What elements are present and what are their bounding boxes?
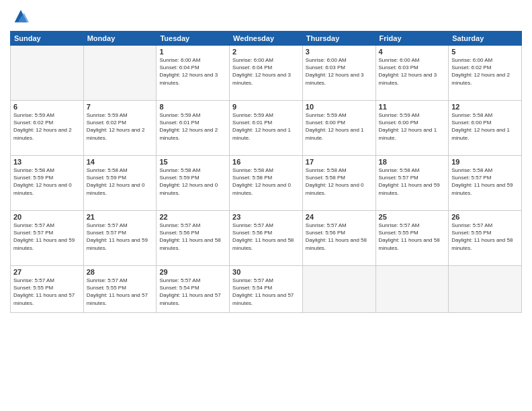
day-info: Sunrise: 5:59 AM Sunset: 6:01 PM Dayligh… xyxy=(159,111,226,142)
calendar: SundayMondayTuesdayWednesdayThursdayFrid… xyxy=(10,31,522,313)
day-number: 19 xyxy=(451,158,519,166)
calendar-cell: 24Sunrise: 5:57 AM Sunset: 5:56 PM Dayli… xyxy=(302,211,375,266)
calendar-week-row: 20Sunrise: 5:57 AM Sunset: 5:57 PM Dayli… xyxy=(11,211,522,266)
calendar-cell: 16Sunrise: 5:58 AM Sunset: 5:58 PM Dayli… xyxy=(230,156,303,211)
day-number: 13 xyxy=(13,158,81,166)
calendar-cell: 11Sunrise: 5:59 AM Sunset: 6:00 PM Dayli… xyxy=(375,101,449,156)
day-info: Sunrise: 5:58 AM Sunset: 5:59 PM Dayligh… xyxy=(13,167,81,197)
logo xyxy=(10,7,30,26)
day-number: 25 xyxy=(379,213,446,221)
logo-icon xyxy=(11,7,30,26)
day-number: 20 xyxy=(13,213,81,221)
calendar-cell: 6Sunrise: 5:59 AM Sunset: 6:02 PM Daylig… xyxy=(11,101,84,156)
calendar-cell: 12Sunrise: 5:58 AM Sunset: 6:00 PM Dayli… xyxy=(449,101,522,156)
day-number: 23 xyxy=(232,213,300,221)
day-info: Sunrise: 6:00 AM Sunset: 6:03 PM Dayligh… xyxy=(379,56,446,87)
day-number: 18 xyxy=(379,158,446,166)
day-info: Sunrise: 6:00 AM Sunset: 6:04 PM Dayligh… xyxy=(159,56,226,87)
day-info: Sunrise: 5:57 AM Sunset: 5:55 PM Dayligh… xyxy=(13,277,81,307)
day-info: Sunrise: 5:58 AM Sunset: 6:00 PM Dayligh… xyxy=(451,111,519,142)
calendar-cell: 27Sunrise: 5:57 AM Sunset: 5:55 PM Dayli… xyxy=(11,266,84,313)
calendar-week-row: 1Sunrise: 6:00 AM Sunset: 6:04 PM Daylig… xyxy=(11,46,522,101)
day-info: Sunrise: 5:57 AM Sunset: 5:54 PM Dayligh… xyxy=(232,277,300,307)
calendar-cell: 26Sunrise: 5:57 AM Sunset: 5:55 PM Dayli… xyxy=(449,211,522,266)
calendar-cell: 23Sunrise: 5:57 AM Sunset: 5:56 PM Dayli… xyxy=(230,211,303,266)
day-info: Sunrise: 6:00 AM Sunset: 6:04 PM Dayligh… xyxy=(232,56,300,87)
calendar-cell: 10Sunrise: 5:59 AM Sunset: 6:00 PM Dayli… xyxy=(302,101,375,156)
calendar-cell xyxy=(11,46,84,101)
day-info: Sunrise: 5:59 AM Sunset: 6:02 PM Dayligh… xyxy=(87,111,154,142)
day-number: 17 xyxy=(306,158,373,166)
header xyxy=(10,7,522,26)
day-number: 10 xyxy=(306,103,373,111)
day-number: 1 xyxy=(159,48,226,56)
day-number: 21 xyxy=(87,213,154,221)
day-info: Sunrise: 5:59 AM Sunset: 6:01 PM Dayligh… xyxy=(232,111,300,142)
day-number: 16 xyxy=(232,158,300,166)
day-info: Sunrise: 5:57 AM Sunset: 5:57 PM Dayligh… xyxy=(13,222,81,252)
day-number: 4 xyxy=(379,48,446,56)
calendar-cell: 20Sunrise: 5:57 AM Sunset: 5:57 PM Dayli… xyxy=(11,211,84,266)
day-number: 3 xyxy=(306,48,373,56)
day-info: Sunrise: 5:57 AM Sunset: 5:55 PM Dayligh… xyxy=(379,222,446,252)
weekday-header: Thursday xyxy=(302,32,375,46)
calendar-cell: 13Sunrise: 5:58 AM Sunset: 5:59 PM Dayli… xyxy=(11,156,84,211)
day-info: Sunrise: 5:58 AM Sunset: 5:59 PM Dayligh… xyxy=(159,167,226,197)
day-number: 9 xyxy=(232,103,300,111)
calendar-cell: 19Sunrise: 5:58 AM Sunset: 5:57 PM Dayli… xyxy=(449,156,522,211)
calendar-cell: 7Sunrise: 5:59 AM Sunset: 6:02 PM Daylig… xyxy=(83,101,157,156)
weekday-header: Tuesday xyxy=(157,32,230,46)
calendar-cell: 3Sunrise: 6:00 AM Sunset: 6:03 PM Daylig… xyxy=(302,46,375,101)
calendar-cell: 14Sunrise: 5:58 AM Sunset: 5:59 PM Dayli… xyxy=(83,156,157,211)
weekday-header: Monday xyxy=(83,32,157,46)
day-number: 29 xyxy=(159,268,226,276)
calendar-week-row: 27Sunrise: 5:57 AM Sunset: 5:55 PM Dayli… xyxy=(11,266,522,313)
day-number: 27 xyxy=(13,268,81,276)
calendar-cell: 30Sunrise: 5:57 AM Sunset: 5:54 PM Dayli… xyxy=(230,266,303,313)
calendar-cell xyxy=(375,266,449,313)
day-info: Sunrise: 5:58 AM Sunset: 5:58 PM Dayligh… xyxy=(232,167,300,197)
calendar-cell: 25Sunrise: 5:57 AM Sunset: 5:55 PM Dayli… xyxy=(375,211,449,266)
day-info: Sunrise: 5:57 AM Sunset: 5:56 PM Dayligh… xyxy=(232,222,300,252)
day-number: 5 xyxy=(451,48,519,56)
day-number: 24 xyxy=(306,213,373,221)
day-info: Sunrise: 5:58 AM Sunset: 5:58 PM Dayligh… xyxy=(306,167,373,197)
day-number: 12 xyxy=(451,103,519,111)
calendar-week-row: 6Sunrise: 5:59 AM Sunset: 6:02 PM Daylig… xyxy=(11,101,522,156)
calendar-cell: 18Sunrise: 5:58 AM Sunset: 5:57 PM Dayli… xyxy=(375,156,449,211)
day-number: 22 xyxy=(159,213,226,221)
day-number: 6 xyxy=(13,103,81,111)
calendar-cell: 5Sunrise: 6:00 AM Sunset: 6:02 PM Daylig… xyxy=(449,46,522,101)
calendar-cell: 22Sunrise: 5:57 AM Sunset: 5:56 PM Dayli… xyxy=(157,211,230,266)
day-number: 30 xyxy=(232,268,300,276)
weekday-header: Saturday xyxy=(449,32,522,46)
day-number: 28 xyxy=(87,268,154,276)
weekday-header: Wednesday xyxy=(230,32,303,46)
day-info: Sunrise: 5:59 AM Sunset: 6:02 PM Dayligh… xyxy=(13,111,81,142)
day-info: Sunrise: 5:57 AM Sunset: 5:55 PM Dayligh… xyxy=(451,222,519,252)
day-number: 7 xyxy=(87,103,154,111)
day-info: Sunrise: 5:58 AM Sunset: 5:57 PM Dayligh… xyxy=(451,167,519,197)
calendar-cell: 1Sunrise: 6:00 AM Sunset: 6:04 PM Daylig… xyxy=(157,46,230,101)
calendar-cell: 29Sunrise: 5:57 AM Sunset: 5:54 PM Dayli… xyxy=(157,266,230,313)
day-info: Sunrise: 5:58 AM Sunset: 5:57 PM Dayligh… xyxy=(379,167,446,197)
day-info: Sunrise: 5:57 AM Sunset: 5:54 PM Dayligh… xyxy=(159,277,226,307)
day-info: Sunrise: 5:57 AM Sunset: 5:56 PM Dayligh… xyxy=(306,222,373,252)
day-info: Sunrise: 5:59 AM Sunset: 6:00 PM Dayligh… xyxy=(379,111,446,142)
day-info: Sunrise: 6:00 AM Sunset: 6:03 PM Dayligh… xyxy=(306,56,373,87)
day-number: 14 xyxy=(87,158,154,166)
day-info: Sunrise: 5:58 AM Sunset: 5:59 PM Dayligh… xyxy=(87,167,154,197)
day-number: 11 xyxy=(379,103,446,111)
day-info: Sunrise: 5:57 AM Sunset: 5:55 PM Dayligh… xyxy=(87,277,154,307)
calendar-cell: 28Sunrise: 5:57 AM Sunset: 5:55 PM Dayli… xyxy=(83,266,157,313)
day-info: Sunrise: 5:57 AM Sunset: 5:56 PM Dayligh… xyxy=(159,222,226,252)
weekday-header: Sunday xyxy=(11,32,84,46)
calendar-cell: 15Sunrise: 5:58 AM Sunset: 5:59 PM Dayli… xyxy=(157,156,230,211)
calendar-week-row: 13Sunrise: 5:58 AM Sunset: 5:59 PM Dayli… xyxy=(11,156,522,211)
calendar-cell xyxy=(83,46,157,101)
calendar-cell: 9Sunrise: 5:59 AM Sunset: 6:01 PM Daylig… xyxy=(230,101,303,156)
weekday-header-row: SundayMondayTuesdayWednesdayThursdayFrid… xyxy=(11,32,522,46)
calendar-cell xyxy=(449,266,522,313)
page: SundayMondayTuesdayWednesdayThursdayFrid… xyxy=(0,0,532,411)
calendar-cell: 4Sunrise: 6:00 AM Sunset: 6:03 PM Daylig… xyxy=(375,46,449,101)
